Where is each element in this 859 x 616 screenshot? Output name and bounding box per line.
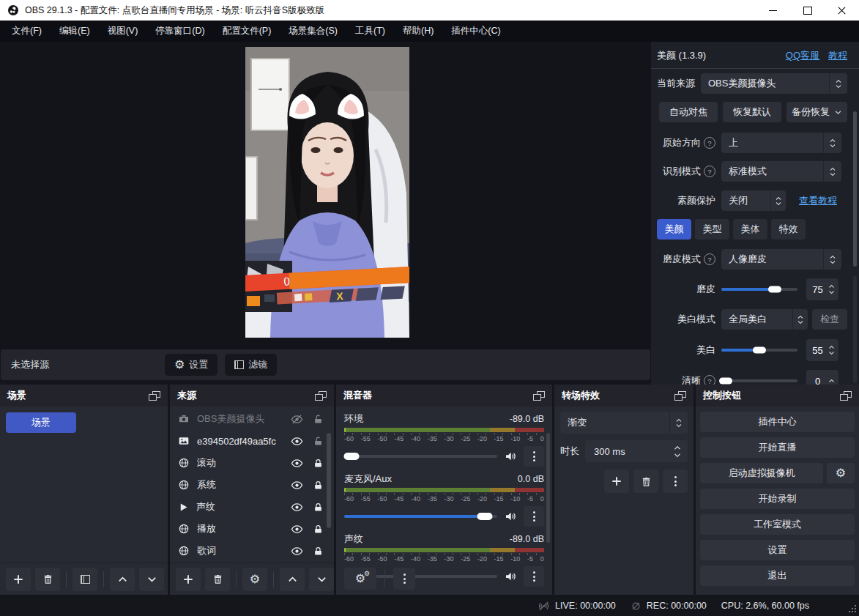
current-source-select[interactable]: OBS美颜摄像头 [701, 73, 847, 94]
start-virtual-camera-button[interactable]: 启动虚拟摄像机 [700, 463, 823, 483]
channel-menu-button[interactable] [524, 446, 544, 467]
help-icon[interactable]: ? [704, 253, 715, 265]
source-row[interactable]: 系统 [170, 474, 334, 496]
lock-icon[interactable] [313, 502, 324, 513]
tab-reshape[interactable]: 美型 [695, 219, 729, 240]
settings-button[interactable]: 设置 [700, 540, 855, 560]
source-properties-button[interactable]: ⚙ [242, 568, 267, 591]
slider-thumb[interactable] [753, 347, 766, 354]
smooth-spinbox[interactable]: 75 [806, 278, 838, 300]
source-row[interactable]: OBS美颜摄像头 [170, 408, 334, 430]
menu-profile[interactable]: 配置文件(P) [214, 21, 280, 42]
start-streaming-button[interactable]: 开始直播 [700, 437, 855, 458]
source-row[interactable]: 播放 [170, 518, 334, 540]
lock-icon[interactable] [313, 480, 324, 491]
menu-edit[interactable]: 编辑(E) [51, 21, 99, 42]
slider-thumb[interactable] [477, 513, 493, 520]
channel-menu-button[interactable] [524, 506, 544, 527]
scrollbar-track[interactable] [853, 276, 857, 383]
minimize-button[interactable] [756, 0, 790, 21]
lock-icon[interactable] [313, 546, 324, 557]
maximize-button[interactable] [790, 0, 825, 21]
mixer-menu-button[interactable] [393, 568, 415, 590]
source-settings-button[interactable]: ⚙ 设置 [165, 354, 217, 376]
source-row[interactable]: 滚动 [170, 452, 334, 474]
duration-spinbox[interactable]: 300 ms [585, 440, 688, 462]
smooth-slider[interactable] [721, 288, 797, 291]
tab-body[interactable]: 美体 [733, 219, 767, 240]
close-button[interactable] [825, 0, 859, 21]
menu-docks[interactable]: 停靠窗口(D) [146, 21, 213, 42]
plugin-center-button[interactable]: 插件中心 [700, 412, 855, 432]
speaker-icon[interactable] [504, 570, 517, 583]
menu-tools[interactable]: 工具(T) [346, 21, 394, 42]
move-scene-down-button[interactable] [139, 568, 164, 591]
visibility-icon[interactable] [291, 545, 303, 557]
menu-plugin-center[interactable]: 插件中心(C) [442, 21, 509, 42]
remove-scene-button[interactable] [35, 568, 60, 591]
move-scene-up-button[interactable] [110, 568, 135, 591]
lock-icon[interactable] [313, 458, 324, 469]
preview-canvas[interactable]: 0 X [0, 42, 651, 349]
white-slider[interactable] [721, 349, 797, 352]
restore-default-button[interactable]: 恢复默认 [723, 102, 781, 122]
popout-icon[interactable] [315, 391, 327, 401]
scene-filters-button[interactable] [72, 568, 97, 591]
popout-icon[interactable] [533, 391, 545, 401]
tab-effects[interactable]: 特效 [771, 219, 806, 240]
visibility-hidden-icon[interactable] [291, 413, 303, 426]
check-button[interactable]: 检查 [812, 309, 847, 330]
move-source-up-button[interactable] [280, 568, 305, 591]
view-tutorial-link[interactable]: 查看教程 [799, 194, 837, 207]
backup-restore-button[interactable]: 备份恢复 [787, 102, 847, 122]
tab-beauty[interactable]: 美颜 [657, 219, 691, 240]
visibility-icon[interactable] [291, 435, 303, 448]
exit-button[interactable]: 退出 [700, 565, 855, 586]
lock-open-icon[interactable] [313, 436, 324, 447]
scrollbar-thumb[interactable] [327, 433, 331, 528]
source-row[interactable]: e394502df49aa5fc [170, 430, 334, 452]
slider-thumb[interactable] [344, 453, 360, 460]
menu-view[interactable]: 视图(V) [99, 21, 147, 42]
source-row[interactable]: 声纹 [170, 496, 334, 518]
orientation-select[interactable]: 上 [721, 133, 841, 153]
transition-select[interactable]: 渐变 [560, 412, 688, 434]
visibility-icon[interactable] [291, 501, 303, 513]
visibility-icon[interactable] [291, 457, 303, 470]
smooth-mode-select[interactable]: 人像磨皮 [721, 249, 841, 270]
help-icon[interactable]: ? [704, 375, 715, 385]
slider-thumb[interactable] [719, 378, 732, 385]
scene-item-selected[interactable]: 场景 [6, 412, 76, 433]
lock-open-icon[interactable] [313, 414, 324, 425]
help-icon[interactable]: ? [704, 137, 715, 149]
menu-file[interactable]: 文件(F) [3, 21, 51, 42]
popout-icon[interactable] [840, 391, 852, 401]
white-spinbox[interactable]: 55 [806, 339, 838, 361]
speaker-icon[interactable] [504, 450, 517, 463]
volume-slider[interactable] [344, 515, 497, 518]
source-row[interactable]: 歌词 [170, 540, 334, 562]
speaker-icon[interactable] [504, 510, 517, 523]
popout-icon[interactable] [674, 391, 686, 401]
tutorial-link[interactable]: 教程 [828, 49, 847, 62]
popout-icon[interactable] [149, 391, 160, 401]
virtual-camera-settings-button[interactable]: ⚙ [827, 463, 855, 483]
menu-scene-collection[interactable]: 场景集合(S) [280, 21, 346, 42]
resize-grip[interactable] [849, 605, 856, 612]
lock-icon[interactable] [313, 524, 324, 535]
scrollbar-thumb[interactable] [853, 111, 857, 267]
qq-support-link[interactable]: QQ客服 [786, 49, 819, 62]
white-mode-select[interactable]: 全局美白 [721, 309, 808, 330]
volume-slider[interactable] [344, 455, 497, 458]
remove-transition-button[interactable] [633, 470, 658, 493]
help-icon[interactable]: ? [704, 166, 715, 177]
clarity-slider[interactable] [721, 379, 797, 382]
clarity-spinbox[interactable]: 0 [806, 370, 838, 385]
advanced-audio-button[interactable]: ⚙ ⚙ [344, 568, 376, 590]
visibility-icon[interactable] [291, 479, 303, 491]
menu-help[interactable]: 帮助(H) [394, 21, 442, 42]
add-transition-button[interactable] [604, 470, 629, 493]
channel-menu-button[interactable] [524, 566, 544, 587]
slider-thumb[interactable] [768, 286, 781, 293]
add-source-button[interactable] [176, 568, 201, 591]
